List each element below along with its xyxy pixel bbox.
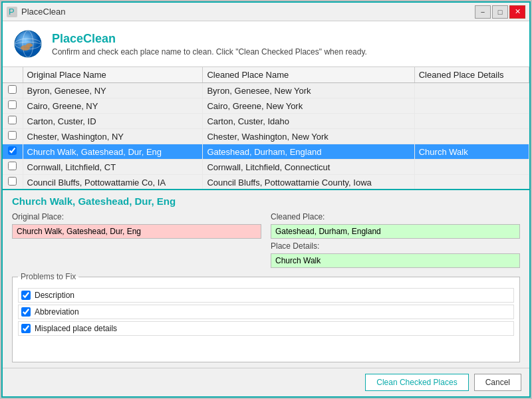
cleaned-name-cell: Chester, Washington, New York bbox=[203, 129, 414, 144]
problem-checkbox[interactable] bbox=[21, 291, 31, 300]
left-column: Original Place: bbox=[12, 212, 261, 268]
original-place-input[interactable] bbox=[12, 224, 261, 239]
svg-point-6 bbox=[26, 43, 33, 47]
place-details-input[interactable] bbox=[271, 253, 520, 268]
detail-title: Church Walk, Gateshead, Dur, Eng bbox=[12, 196, 520, 207]
details-cell bbox=[414, 160, 529, 175]
problem-checkbox[interactable] bbox=[21, 307, 31, 317]
window-title: PlaceClean bbox=[21, 7, 66, 17]
original-name-cell: Cornwall, Litchfield, CT bbox=[23, 160, 203, 175]
details-cell bbox=[414, 83, 529, 98]
problem-label: Description bbox=[35, 291, 74, 300]
problems-section: Problems to Fix DescriptionAbbreviationM… bbox=[12, 272, 520, 362]
row-checkbox-cell[interactable] bbox=[3, 175, 23, 190]
window-controls: − □ ✕ bbox=[475, 5, 525, 19]
cleaned-name-cell: Council Bluffs, Pottowattamie County, Io… bbox=[203, 175, 414, 190]
row-checkbox[interactable] bbox=[8, 146, 17, 155]
problem-label: Misplaced place details bbox=[35, 324, 117, 333]
cancel-button[interactable]: Cancel bbox=[474, 374, 521, 391]
title-bar-left: P PlaceClean bbox=[7, 7, 66, 17]
places-table-section: Original Place Name Cleaned Place Name C… bbox=[3, 67, 529, 190]
title-bar: P PlaceClean − □ ✕ bbox=[3, 3, 529, 21]
problems-list: DescriptionAbbreviationMisplaced place d… bbox=[18, 288, 514, 336]
main-window: P PlaceClean − □ ✕ bbox=[1, 1, 531, 398]
header-text: PlaceClean Confirm and check each place … bbox=[52, 32, 367, 57]
cleaned-name-cell: Byron, Genesee, New York bbox=[203, 83, 414, 98]
row-checkbox[interactable] bbox=[8, 100, 17, 109]
table-row[interactable]: Cairo, Greene, NYCairo, Greene, New York bbox=[3, 98, 529, 114]
row-checkbox-cell[interactable] bbox=[3, 160, 23, 175]
cleaned-name-cell: Carton, Custer, Idaho bbox=[203, 114, 414, 129]
table-row[interactable]: Council Bluffs, Pottowattamie Co, IACoun… bbox=[3, 175, 529, 190]
app-header: PlaceClean Confirm and check each place … bbox=[3, 21, 529, 67]
details-cell bbox=[414, 175, 529, 190]
detail-fields-row: Original Place: Cleaned Place: Place Det… bbox=[12, 212, 520, 268]
table-row[interactable]: Carton, Custer, IDCarton, Custer, Idaho bbox=[3, 114, 529, 129]
table-row[interactable]: Byron, Genesee, NYByron, Genesee, New Yo… bbox=[3, 83, 529, 98]
row-checkbox[interactable] bbox=[8, 116, 17, 124]
problem-item: Abbreviation bbox=[18, 305, 514, 319]
problem-item: Misplaced place details bbox=[18, 321, 514, 336]
row-checkbox[interactable] bbox=[8, 131, 17, 140]
col-details: Cleaned Place Details bbox=[414, 67, 529, 83]
row-checkbox-cell[interactable] bbox=[3, 98, 23, 114]
cleaned-place-input[interactable] bbox=[271, 224, 520, 239]
bottom-bar: Clean Checked Places Cancel bbox=[3, 368, 529, 396]
row-checkbox-cell[interactable] bbox=[3, 129, 23, 144]
original-name-cell: Church Walk, Gateshead, Dur, Eng bbox=[23, 144, 203, 160]
clean-checked-button[interactable]: Clean Checked Places bbox=[365, 374, 468, 391]
col-original: Original Place Name bbox=[23, 67, 203, 83]
cleaned-place-label: Cleaned Place: bbox=[271, 212, 520, 221]
original-name-cell: Chester, Washington, NY bbox=[23, 129, 203, 144]
table-header-row: Original Place Name Cleaned Place Name C… bbox=[3, 67, 529, 83]
row-checkbox-cell[interactable] bbox=[3, 83, 23, 98]
app-logo bbox=[12, 28, 44, 60]
app-name: PlaceClean bbox=[52, 32, 367, 46]
row-checkbox[interactable] bbox=[8, 177, 17, 186]
maximize-button[interactable]: □ bbox=[492, 5, 508, 19]
app-icon: P bbox=[7, 7, 17, 17]
detail-section: Church Walk, Gateshead, Dur, Eng Origina… bbox=[3, 190, 529, 368]
close-button[interactable]: ✕ bbox=[509, 5, 525, 19]
row-checkbox[interactable] bbox=[8, 162, 17, 170]
col-checkbox bbox=[3, 67, 23, 83]
original-name-cell: Council Bluffs, Pottowattamie Co, IA bbox=[23, 175, 203, 190]
cleaned-name-cell: Cornwall, Litchfield, Connecticut bbox=[203, 160, 414, 175]
table-row[interactable]: Chester, Washington, NYChester, Washingt… bbox=[3, 129, 529, 144]
minimize-button[interactable]: − bbox=[475, 5, 491, 19]
problem-item: Description bbox=[18, 288, 514, 303]
original-name-cell: Cairo, Greene, NY bbox=[23, 98, 203, 114]
place-details-label: Place Details: bbox=[271, 241, 520, 251]
header-subtitle: Confirm and check each place name to cle… bbox=[52, 47, 367, 57]
row-checkbox-cell[interactable] bbox=[3, 144, 23, 160]
svg-text:P: P bbox=[9, 7, 15, 17]
col-cleaned: Cleaned Place Name bbox=[203, 67, 414, 83]
cleaned-name-cell: Gateshead, Durham, England bbox=[203, 144, 414, 160]
original-name-cell: Carton, Custer, ID bbox=[23, 114, 203, 129]
problem-checkbox[interactable] bbox=[21, 324, 31, 333]
details-cell bbox=[414, 114, 529, 129]
details-cell bbox=[414, 129, 529, 144]
problems-legend: Problems to Fix bbox=[18, 272, 78, 281]
details-cell: Church Walk bbox=[414, 144, 529, 160]
right-column: Cleaned Place: Place Details: bbox=[271, 212, 520, 268]
original-name-cell: Byron, Genesee, NY bbox=[23, 83, 203, 98]
table-row[interactable]: Cornwall, Litchfield, CTCornwall, Litchf… bbox=[3, 160, 529, 175]
table-row[interactable]: Church Walk, Gateshead, Dur, EngGateshea… bbox=[3, 144, 529, 160]
cleaned-name-cell: Cairo, Greene, New York bbox=[203, 98, 414, 114]
problem-label: Abbreviation bbox=[35, 307, 79, 317]
row-checkbox-cell[interactable] bbox=[3, 114, 23, 129]
original-place-label: Original Place: bbox=[12, 212, 261, 221]
details-cell bbox=[414, 98, 529, 114]
table-scroll-container[interactable]: Original Place Name Cleaned Place Name C… bbox=[3, 67, 529, 189]
places-table: Original Place Name Cleaned Place Name C… bbox=[3, 67, 529, 189]
row-checkbox[interactable] bbox=[8, 85, 17, 94]
